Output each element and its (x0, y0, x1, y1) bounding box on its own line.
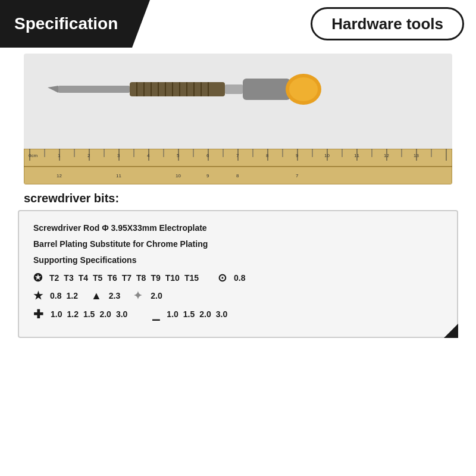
svg-rect-14 (225, 84, 243, 94)
svg-text:11: 11 (354, 153, 359, 158)
tri-values: 2.3 (109, 291, 120, 300)
section-label: screwdriver bits: (24, 192, 452, 205)
val-plus-12: 1.2 (67, 309, 78, 319)
star-values: 0.8 1.2 (50, 291, 78, 300)
val-y-20: 2.0 (151, 291, 162, 300)
val-t10: T10 (165, 273, 180, 283)
svg-text:6: 6 (206, 153, 209, 158)
svg-text:3: 3 (117, 153, 120, 158)
val-t5: T5 (93, 273, 102, 283)
spec-label: Specification (14, 14, 118, 33)
header: Specification Hardware tools (0, 0, 476, 48)
star-outline-icon: ✪ (33, 271, 42, 284)
svg-text:7: 7 (296, 173, 299, 178)
svg-marker-0 (48, 86, 58, 93)
y-icon: ✦ (133, 289, 142, 302)
svg-text:1: 1 (58, 153, 61, 158)
screwdriver-illustration (48, 65, 405, 113)
svg-text:13: 13 (414, 153, 419, 158)
minus-icon: ⎯ (152, 308, 159, 321)
spec-line-3-text: Supporting Specifications (33, 255, 136, 265)
val-minus-15: 1.5 (183, 309, 195, 319)
torx-values: T2 T3 T4 T5 T6 T7 T8 T9 T10 T15 (49, 273, 199, 283)
svg-text:7: 7 (236, 153, 239, 158)
plus-values: 1.0 1.2 1.5 2.0 3.0 (51, 309, 127, 319)
svg-text:11: 11 (116, 173, 121, 178)
val-plus-30: 3.0 (116, 309, 127, 319)
val-t8: T8 (136, 273, 146, 283)
val-star-08: 0.8 (50, 291, 61, 300)
ruler-illustration: 0cm 1 2 3 4 5 6 7 8 9 10 11 12 13 12 11 … (24, 149, 452, 184)
val-08-circle: 0.8 (234, 273, 245, 283)
svg-rect-15 (243, 79, 290, 100)
svg-text:12: 12 (57, 173, 62, 178)
spec-line-3: Supporting Specifications (33, 254, 443, 267)
val-plus-15: 1.5 (83, 309, 95, 319)
svg-text:0cm: 0cm (29, 153, 37, 158)
svg-text:9: 9 (296, 153, 299, 158)
svg-point-17 (289, 77, 318, 101)
header-spacer (132, 0, 311, 48)
svg-text:8: 8 (236, 173, 239, 178)
section-label-text: screwdriver bits: (24, 192, 119, 205)
val-tri-23: 2.3 (109, 291, 120, 300)
svg-text:4: 4 (147, 153, 150, 158)
triangle-icon: ▲ (91, 290, 102, 302)
val-minus-30: 3.0 (216, 309, 227, 319)
val-t4: T4 (79, 273, 88, 283)
tools-label: Hardware tools (331, 15, 443, 33)
val-t15: T15 (184, 273, 199, 283)
spec-line-2: Barrel Plating Substitute for Chrome Pla… (33, 238, 443, 250)
svg-text:12: 12 (384, 153, 389, 158)
val-star-12: 1.2 (66, 291, 77, 300)
tools-badge: Hardware tools (311, 7, 464, 40)
val-t9: T9 (151, 273, 160, 283)
svg-text:10: 10 (176, 173, 181, 178)
spec-row-1: ✪ T2 T3 T4 T5 T6 T7 T8 T9 T10 T15 ⊙ 0.8 (33, 271, 443, 284)
val-t7: T7 (122, 273, 131, 283)
svg-text:10: 10 (324, 153, 330, 158)
val-plus-10: 1.0 (51, 309, 62, 319)
val-t2: T2 (49, 273, 59, 283)
svg-text:8: 8 (266, 153, 269, 158)
spec-title: Specification (0, 0, 132, 48)
val-minus-10: 1.0 (167, 309, 178, 319)
val-t6: T6 (107, 273, 117, 283)
val-t3: T3 (64, 273, 73, 283)
val-minus-20: 2.0 (199, 309, 211, 319)
minus-values: 1.0 1.5 2.0 3.0 (167, 309, 227, 319)
plus-icon: ✚ (33, 307, 43, 321)
val-plus-20: 2.0 (99, 309, 111, 319)
svg-rect-1 (58, 86, 130, 93)
svg-text:9: 9 (206, 173, 209, 178)
svg-text:5: 5 (177, 153, 180, 158)
spec-line-1: Screwdriver Rod Φ 3.95X33mm Electroplate (33, 222, 443, 234)
spec-row-2: ★ 0.8 1.2 ▲ 2.3 ✦ 2.0 (33, 289, 443, 302)
svg-text:2: 2 (87, 153, 90, 158)
spec-row-3: ✚ 1.0 1.2 1.5 2.0 3.0 ⎯ 1.0 1.5 2.0 3.0 (33, 307, 443, 321)
spec-line-2-text: Barrel Plating Substitute for Chrome Pla… (33, 239, 208, 249)
spec-box: Screwdriver Rod Φ 3.95X33mm Electroplate… (18, 210, 458, 338)
product-image-area: 0cm 1 2 3 4 5 6 7 8 9 10 11 12 13 12 11 … (24, 54, 452, 184)
star-filled-icon: ★ (33, 289, 43, 302)
spec-line-1-text: Screwdriver Rod Φ 3.95X33mm Electroplate (33, 223, 207, 233)
circle-dot-icon: ⊙ (218, 271, 227, 284)
